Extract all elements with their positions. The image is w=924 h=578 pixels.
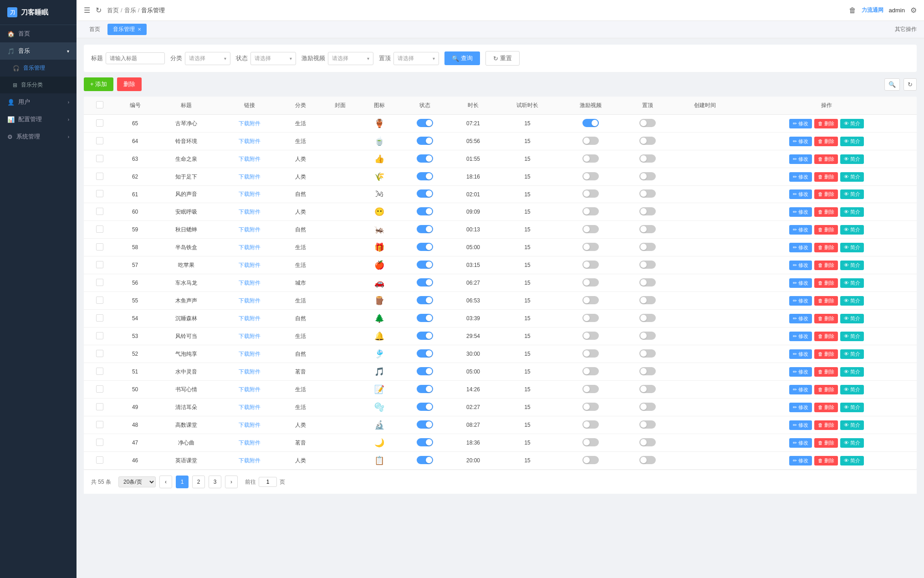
edit-button[interactable]: ✏ 修改 (789, 385, 812, 394)
pin-toggle[interactable] (639, 314, 656, 322)
trash-icon[interactable]: 🗑 (849, 6, 856, 15)
pin-toggle[interactable] (639, 119, 656, 127)
pin-switch[interactable] (639, 137, 656, 145)
edit-button[interactable]: ✏ 修改 (789, 172, 812, 182)
pin-toggle[interactable] (639, 385, 656, 393)
edit-button[interactable]: ✏ 修改 (789, 420, 812, 430)
reward-toggle[interactable] (582, 207, 599, 215)
row-select-checkbox[interactable] (96, 137, 103, 144)
page-3-btn[interactable]: 3 (209, 476, 221, 488)
edit-button[interactable]: ✏ 修改 (789, 438, 812, 448)
sidebar-item-home[interactable]: 🏠 首页 (0, 25, 77, 42)
delete-button[interactable]: 🗑 删除 (814, 456, 838, 465)
status-switch[interactable] (417, 420, 433, 429)
status-switch[interactable] (417, 367, 433, 375)
reward-switch[interactable] (582, 403, 599, 411)
row-select-checkbox[interactable] (96, 261, 103, 268)
row-link[interactable]: 下载附件 (218, 434, 281, 452)
edit-button[interactable]: ✏ 修改 (789, 367, 812, 377)
sidebar-item-music[interactable]: 🎵 音乐 ▾ (0, 42, 77, 60)
pin-switch[interactable] (639, 332, 656, 340)
delete-button[interactable]: 🗑 删除 (814, 332, 838, 341)
view-button[interactable]: 👁 简介 (840, 207, 864, 217)
status-switch[interactable] (417, 296, 433, 304)
delete-button[interactable]: 🗑 删除 (814, 154, 838, 164)
status-switch[interactable] (417, 332, 433, 340)
reward-toggle[interactable] (582, 119, 599, 127)
delete-button[interactable]: 🗑 删除 (814, 225, 838, 235)
pin-switch[interactable] (639, 189, 656, 198)
reward-toggle[interactable] (582, 154, 599, 163)
pin-toggle[interactable] (639, 154, 656, 163)
reward-toggle[interactable] (582, 403, 599, 411)
reward-switch[interactable] (582, 119, 599, 127)
edit-button[interactable]: ✏ 修改 (789, 154, 812, 164)
row-select-checkbox[interactable] (96, 279, 103, 286)
delete-button[interactable]: 🗑 删除 (814, 137, 838, 146)
reward-switch[interactable] (582, 189, 599, 198)
view-button[interactable]: 👁 简介 (840, 189, 864, 199)
reward-toggle[interactable] (582, 172, 599, 180)
row-select-checkbox[interactable] (96, 173, 103, 180)
page-2-btn[interactable]: 2 (192, 476, 205, 488)
reward-video-select[interactable]: 请选择 ▾ (328, 52, 373, 65)
status-switch[interactable] (417, 349, 433, 358)
pin-toggle[interactable] (639, 225, 656, 233)
pin-switch[interactable] (639, 261, 656, 269)
status-switch[interactable] (417, 314, 433, 322)
status-toggle[interactable] (417, 456, 433, 464)
edit-button[interactable]: ✏ 修改 (789, 137, 812, 146)
pin-switch[interactable] (639, 438, 656, 446)
status-switch[interactable] (417, 385, 433, 393)
view-button[interactable]: 👁 简介 (840, 243, 864, 252)
view-button[interactable]: 👁 简介 (840, 314, 864, 323)
tab-music-manage[interactable]: 音乐管理 ✕ (107, 24, 147, 35)
search-icon-btn[interactable]: 🔍 (884, 78, 900, 91)
delete-button[interactable]: 🗑 删除 (814, 119, 838, 128)
reward-switch[interactable] (582, 420, 599, 429)
pin-toggle[interactable] (639, 278, 656, 286)
reward-switch[interactable] (582, 154, 599, 163)
reward-toggle[interactable] (582, 243, 599, 251)
status-switch[interactable] (417, 403, 433, 411)
row-select-checkbox[interactable] (96, 439, 103, 446)
view-button[interactable]: 👁 简介 (840, 119, 864, 128)
status-toggle[interactable] (417, 243, 433, 251)
breadcrumb-music[interactable]: 音乐 (124, 6, 136, 15)
delete-button[interactable]: 🗑 删除 (814, 438, 838, 448)
reward-switch[interactable] (582, 438, 599, 446)
status-toggle[interactable] (417, 314, 433, 322)
status-toggle[interactable] (417, 137, 433, 145)
batch-delete-button[interactable]: 删除 (117, 77, 142, 91)
pin-switch[interactable] (639, 172, 656, 180)
view-button[interactable]: 👁 简介 (840, 438, 864, 448)
view-button[interactable]: 👁 简介 (840, 385, 864, 394)
row-link[interactable]: 下载附件 (218, 168, 281, 186)
reward-switch[interactable] (582, 225, 599, 233)
reward-toggle[interactable] (582, 349, 599, 358)
status-toggle[interactable] (417, 385, 433, 393)
row-link[interactable]: 下载附件 (218, 452, 281, 470)
delete-button[interactable]: 🗑 删除 (814, 367, 838, 377)
page-size-select[interactable]: 20条/页 50条/页 100条/页 (118, 476, 156, 487)
delete-button[interactable]: 🗑 删除 (814, 403, 838, 412)
reward-switch[interactable] (582, 456, 599, 464)
edit-button[interactable]: ✏ 修改 (789, 261, 812, 270)
menu-icon[interactable]: ☰ (84, 6, 90, 15)
status-toggle[interactable] (417, 332, 433, 340)
reward-switch[interactable] (582, 261, 599, 269)
status-switch[interactable] (417, 225, 433, 233)
reward-toggle[interactable] (582, 189, 599, 198)
delete-button[interactable]: 🗑 删除 (814, 172, 838, 182)
pin-toggle[interactable] (639, 261, 656, 269)
tab-close-icon[interactable]: ✕ (138, 27, 141, 32)
edit-button[interactable]: ✏ 修改 (789, 243, 812, 252)
reward-toggle[interactable] (582, 261, 599, 269)
pin-toggle[interactable] (639, 438, 656, 446)
reward-toggle[interactable] (582, 385, 599, 393)
select-all-checkbox[interactable] (96, 101, 103, 108)
delete-button[interactable]: 🗑 删除 (814, 420, 838, 430)
search-button[interactable]: 🔍 查询 (444, 51, 480, 65)
pin-switch[interactable] (639, 349, 656, 358)
row-select-checkbox[interactable] (96, 332, 103, 339)
